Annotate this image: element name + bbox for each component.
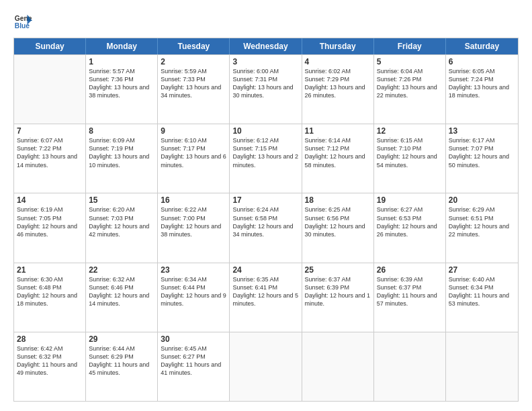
day-number: 29 [89,334,154,344]
cell-info: Sunrise: 6:39 AMSunset: 6:37 PMDaylight:… [377,275,443,308]
day-number: 20 [449,195,515,205]
day-number: 26 [377,265,443,275]
cell-info: Sunrise: 6:37 AMSunset: 6:39 PMDaylight:… [305,275,371,308]
weekday-header-monday: Monday [86,38,158,54]
day-number: 6 [449,57,515,66]
calendar-row-3: 21Sunrise: 6:30 AMSunset: 6:48 PMDayligh… [14,263,518,332]
day-cell-2: 2Sunrise: 5:59 AMSunset: 7:33 PMDaylight… [158,55,230,124]
day-cell-10: 10Sunrise: 6:12 AMSunset: 7:15 PMDayligh… [230,124,302,193]
cell-info: Sunrise: 6:42 AMSunset: 6:32 PMDaylight:… [17,345,83,377]
day-number: 7 [17,126,83,136]
day-number: 10 [232,126,298,136]
cell-info: Sunrise: 6:34 AMSunset: 6:44 PMDaylight:… [161,275,226,308]
cell-info: Sunrise: 6:00 AMSunset: 7:31 PMDaylight:… [232,67,298,100]
calendar-header: SundayMondayTuesdayWednesdayThursdayFrid… [14,38,518,54]
day-cell-24: 24Sunrise: 6:35 AMSunset: 6:41 PMDayligh… [230,263,302,332]
day-cell-15: 15Sunrise: 6:20 AMSunset: 7:03 PMDayligh… [86,193,158,262]
cell-info: Sunrise: 6:32 AMSunset: 6:46 PMDaylight:… [89,275,154,308]
cell-info: Sunrise: 6:15 AMSunset: 7:10 PMDaylight:… [377,136,443,169]
day-cell-3: 3Sunrise: 6:00 AMSunset: 7:31 PMDaylight… [230,55,302,124]
day-cell-25: 25Sunrise: 6:37 AMSunset: 6:39 PMDayligh… [302,263,374,332]
day-cell-18: 18Sunrise: 6:25 AMSunset: 6:56 PMDayligh… [302,193,374,262]
calendar-row-2: 14Sunrise: 6:19 AMSunset: 7:05 PMDayligh… [14,193,518,262]
day-number: 11 [305,126,371,136]
day-number: 1 [89,57,154,66]
weekday-header-saturday: Saturday [446,38,518,54]
cell-info: Sunrise: 6:19 AMSunset: 7:05 PMDaylight:… [17,205,83,238]
day-number: 9 [161,126,226,136]
cell-info: Sunrise: 5:57 AMSunset: 7:36 PMDaylight:… [89,67,154,100]
day-number: 25 [305,265,371,275]
day-number: 5 [377,57,443,66]
day-cell-1: 1Sunrise: 5:57 AMSunset: 7:36 PMDaylight… [86,55,158,124]
day-number: 21 [17,265,83,275]
day-number: 30 [161,334,226,344]
empty-cell [446,332,518,401]
empty-cell [302,332,374,401]
cell-info: Sunrise: 6:14 AMSunset: 7:12 PMDaylight:… [305,136,371,169]
cell-info: Sunrise: 6:30 AMSunset: 6:48 PMDaylight:… [17,275,83,308]
day-number: 17 [232,195,298,205]
empty-cell [230,332,302,401]
day-cell-29: 29Sunrise: 6:44 AMSunset: 6:29 PMDayligh… [86,332,158,401]
cell-info: Sunrise: 6:04 AMSunset: 7:26 PMDaylight:… [377,67,443,100]
cell-info: Sunrise: 6:09 AMSunset: 7:19 PMDaylight:… [89,136,154,169]
day-number: 22 [89,265,154,275]
weekday-header-sunday: Sunday [14,38,86,54]
cell-info: Sunrise: 6:02 AMSunset: 7:29 PMDaylight:… [305,67,371,100]
day-number: 4 [305,57,371,66]
day-cell-12: 12Sunrise: 6:15 AMSunset: 7:10 PMDayligh… [374,124,446,193]
logo-icon: General Blue [13,12,32,31]
day-cell-22: 22Sunrise: 6:32 AMSunset: 6:46 PMDayligh… [86,263,158,332]
cell-info: Sunrise: 6:24 AMSunset: 6:58 PMDaylight:… [232,205,298,238]
weekday-header-tuesday: Tuesday [158,38,230,54]
day-cell-4: 4Sunrise: 6:02 AMSunset: 7:29 PMDaylight… [302,55,374,124]
day-number: 19 [377,195,443,205]
day-cell-17: 17Sunrise: 6:24 AMSunset: 6:58 PMDayligh… [230,193,302,262]
day-cell-20: 20Sunrise: 6:29 AMSunset: 6:51 PMDayligh… [446,193,518,262]
cell-info: Sunrise: 6:27 AMSunset: 6:53 PMDaylight:… [377,205,443,238]
day-cell-8: 8Sunrise: 6:09 AMSunset: 7:19 PMDaylight… [86,124,158,193]
day-cell-19: 19Sunrise: 6:27 AMSunset: 6:53 PMDayligh… [374,193,446,262]
cell-info: Sunrise: 6:12 AMSunset: 7:15 PMDaylight:… [232,136,298,169]
cell-info: Sunrise: 6:17 AMSunset: 7:07 PMDaylight:… [449,136,515,169]
day-number: 24 [232,265,298,275]
cell-info: Sunrise: 6:07 AMSunset: 7:22 PMDaylight:… [17,136,83,169]
day-number: 23 [161,265,226,275]
weekday-header-friday: Friday [374,38,446,54]
cell-info: Sunrise: 6:22 AMSunset: 7:00 PMDaylight:… [161,205,226,238]
calendar-row-0: 1Sunrise: 5:57 AMSunset: 7:36 PMDaylight… [14,54,518,124]
day-cell-11: 11Sunrise: 6:14 AMSunset: 7:12 PMDayligh… [302,124,374,193]
weekday-header-wednesday: Wednesday [230,38,302,54]
calendar-row-1: 7Sunrise: 6:07 AMSunset: 7:22 PMDaylight… [14,124,518,193]
cell-info: Sunrise: 6:25 AMSunset: 6:56 PMDaylight:… [305,205,371,238]
day-cell-28: 28Sunrise: 6:42 AMSunset: 6:32 PMDayligh… [14,332,86,401]
cell-info: Sunrise: 6:35 AMSunset: 6:41 PMDaylight:… [232,275,298,308]
page-header: General Blue [13,12,519,31]
day-cell-26: 26Sunrise: 6:39 AMSunset: 6:37 PMDayligh… [374,263,446,332]
day-number: 2 [161,57,226,66]
day-cell-30: 30Sunrise: 6:45 AMSunset: 6:27 PMDayligh… [158,332,230,401]
day-number: 13 [449,126,515,136]
day-number: 27 [449,265,515,275]
day-cell-16: 16Sunrise: 6:22 AMSunset: 7:00 PMDayligh… [158,193,230,262]
day-cell-14: 14Sunrise: 6:19 AMSunset: 7:05 PMDayligh… [14,193,86,262]
day-cell-13: 13Sunrise: 6:17 AMSunset: 7:07 PMDayligh… [446,124,518,193]
calendar: SundayMondayTuesdayWednesdayThursdayFrid… [13,38,519,402]
empty-cell [374,332,446,401]
day-number: 14 [17,195,83,205]
day-cell-27: 27Sunrise: 6:40 AMSunset: 6:34 PMDayligh… [446,263,518,332]
calendar-body: 1Sunrise: 5:57 AMSunset: 7:36 PMDaylight… [14,54,518,401]
day-number: 16 [161,195,226,205]
day-number: 8 [89,126,154,136]
calendar-row-4: 28Sunrise: 6:42 AMSunset: 6:32 PMDayligh… [14,332,518,401]
weekday-header-thursday: Thursday [302,38,374,54]
cell-info: Sunrise: 6:44 AMSunset: 6:29 PMDaylight:… [89,345,154,377]
cell-info: Sunrise: 6:20 AMSunset: 7:03 PMDaylight:… [89,205,154,238]
day-cell-6: 6Sunrise: 6:05 AMSunset: 7:24 PMDaylight… [446,55,518,124]
day-cell-7: 7Sunrise: 6:07 AMSunset: 7:22 PMDaylight… [14,124,86,193]
cell-info: Sunrise: 6:40 AMSunset: 6:34 PMDaylight:… [449,275,515,308]
day-number: 28 [17,334,83,344]
day-number: 12 [377,126,443,136]
cell-info: Sunrise: 6:29 AMSunset: 6:51 PMDaylight:… [449,205,515,238]
